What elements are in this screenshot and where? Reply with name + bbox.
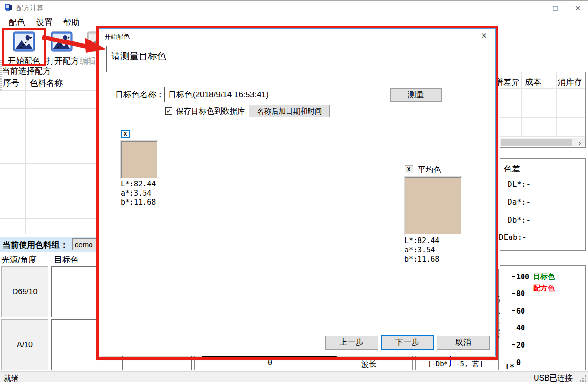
axis-tick — [512, 310, 515, 311]
column-header-colorant-name: 色料名称 — [30, 78, 63, 89]
measure-button[interactable]: 测量 — [390, 88, 442, 102]
menu-item-color-matching[interactable]: 配色 — [9, 17, 25, 28]
illuminant-cell-d65[interactable]: D65/10 — [1, 266, 48, 317]
lightness-axis — [512, 276, 512, 362]
color-difference-title: 色差 — [504, 163, 520, 174]
menu-bar: 配色 设置 帮助 — [0, 15, 588, 29]
dialog-close-icon[interactable]: ✕ — [479, 31, 489, 41]
table-row-line — [0, 90, 99, 91]
average-l-value: L*:82.44 — [405, 237, 439, 246]
spectral-xlabel: 波长 — [361, 359, 377, 369]
da-value: Da*:- — [508, 198, 531, 207]
colorant-group-select[interactable]: demo — [72, 238, 102, 250]
sample-b-value: b*:11.68 — [121, 198, 156, 207]
menu-item-help[interactable]: 帮助 — [63, 17, 79, 28]
ab-axis-bracket-left — [418, 358, 418, 368]
average-color-label: 平均色 — [418, 165, 441, 175]
target-name-label: 目标色名称： — [115, 89, 164, 100]
resize-grip[interactable] — [580, 376, 587, 382]
column-header-stock: 消库存 — [558, 77, 582, 88]
table-row-line — [0, 108, 99, 109]
table-row-line — [0, 218, 99, 219]
axis-tick — [512, 362, 515, 362]
previous-step-button[interactable]: 上一步 — [325, 336, 378, 350]
tick-label-100: 100 — [516, 273, 533, 281]
average-b-value: b*:11.68 — [405, 255, 439, 264]
start-matching-dialog: 开始配色 ✕ 请测量目标色 目标色名称： 测量 ✓ 保存目标色到数据库 名称后加… — [99, 28, 496, 356]
axis-tick — [512, 344, 515, 345]
average-a-value: a*:3.54 — [405, 246, 435, 255]
menu-item-settings[interactable]: 设置 — [36, 17, 52, 28]
spectral-origin-label: 0 — [268, 358, 272, 367]
lightness-axis-label: L* — [506, 363, 514, 371]
table-row-line — [500, 98, 585, 98]
illuminant-header: 光源/角度 — [1, 254, 37, 265]
deab-value: DEab:- — [499, 233, 527, 242]
table-row-line — [500, 117, 585, 118]
dialog-title: 开始配色 — [105, 32, 130, 41]
axis-tick — [512, 293, 515, 294]
open-recipe-icon[interactable] — [51, 31, 73, 52]
status-center: – — [276, 374, 280, 382]
colorant-group-label: 当前使用色料组： — [2, 239, 68, 250]
next-step-button[interactable]: 下一步 — [381, 335, 434, 350]
scrollbar-right-arrow-icon[interactable]: › — [575, 138, 584, 147]
cancel-button[interactable]: 取消 — [437, 336, 490, 350]
maximize-icon[interactable]: □ — [547, 2, 563, 14]
legend-recipe-color: 配方色 — [533, 284, 555, 293]
sample-l-value: L*:82.44 — [121, 180, 156, 189]
start-matching-icon[interactable] — [13, 31, 35, 52]
table-row-line — [0, 182, 99, 182]
append-datetime-button[interactable]: 名称后加日期和时间 — [249, 105, 330, 117]
title-bar: 配方计算 — □ ✕ — [0, 1, 588, 15]
average-color-swatch — [405, 177, 462, 235]
app-icon — [5, 4, 13, 12]
sample-color-swatch — [121, 141, 158, 179]
window-title: 配方计算 — [16, 4, 43, 13]
status-ready: 就绪 — [4, 374, 18, 382]
table-row-line — [0, 145, 99, 145]
tick-label-80: 80 — [516, 290, 533, 298]
app-window: 配方计算 — □ ✕ 配色 设置 帮助 开始配色 打开配方 — [0, 0, 588, 382]
current-recipe-label: 当前选择配方 — [2, 66, 51, 77]
save-to-database-checkbox[interactable]: ✓ — [165, 107, 172, 115]
toolbar-button-start-matching[interactable]: 开始配色 — [8, 55, 40, 66]
table-column-divider — [556, 72, 557, 137]
column-header-index: 序号 — [3, 78, 19, 89]
dl-value: DL*:- — [508, 180, 531, 189]
target-name-input[interactable] — [164, 87, 376, 102]
tick-label-40: 40 — [516, 324, 533, 332]
close-icon[interactable]: ✕ — [570, 2, 586, 14]
remove-average-button[interactable]: X — [405, 165, 413, 173]
dialog-message-box: 请测量目标色 — [106, 46, 488, 72]
remove-sample-button[interactable]: X — [121, 130, 130, 138]
table-row-line — [0, 163, 99, 164]
ab-axis-bracket-right — [495, 358, 495, 368]
table-column-divider — [521, 72, 522, 137]
db-value: Db*:- — [508, 215, 531, 224]
table-row-line — [500, 136, 585, 137]
column-header-spectral-difference: 谱差异 — [495, 77, 520, 88]
axis-tick — [512, 276, 515, 277]
horizontal-scrollbar[interactable]: › — [500, 138, 585, 146]
tick-label-0: 0 — [516, 358, 533, 367]
minimize-icon[interactable]: — — [524, 2, 541, 14]
table-row-line — [0, 127, 99, 127]
status-bar: 就绪 – USB已连接 — [0, 371, 588, 382]
axis-tick — [512, 328, 515, 328]
table-column-divider — [25, 76, 26, 234]
tick-label-20: 20 — [516, 341, 533, 350]
status-usb: USB已连接 — [534, 373, 573, 382]
target-color-header: 目标色 — [54, 254, 78, 265]
toolbar-button-open-recipe[interactable]: 打开配方 — [46, 55, 79, 66]
save-to-database-label: 保存目标色到数据库 — [176, 106, 245, 117]
ab-bottom-label: [-Db*, -5, 蓝] — [428, 360, 483, 369]
tick-label-60: 60 — [516, 307, 533, 316]
table-row-line — [500, 88, 585, 89]
column-header-cost: 成本 — [525, 77, 541, 88]
table-row-line — [0, 200, 99, 200]
legend-target-color: 目标色 — [533, 272, 555, 281]
illuminant-cell-a10[interactable]: A/10 — [1, 319, 48, 370]
ab-axis-bracket — [418, 358, 495, 358]
scrollbar-thumb[interactable] — [501, 139, 572, 146]
